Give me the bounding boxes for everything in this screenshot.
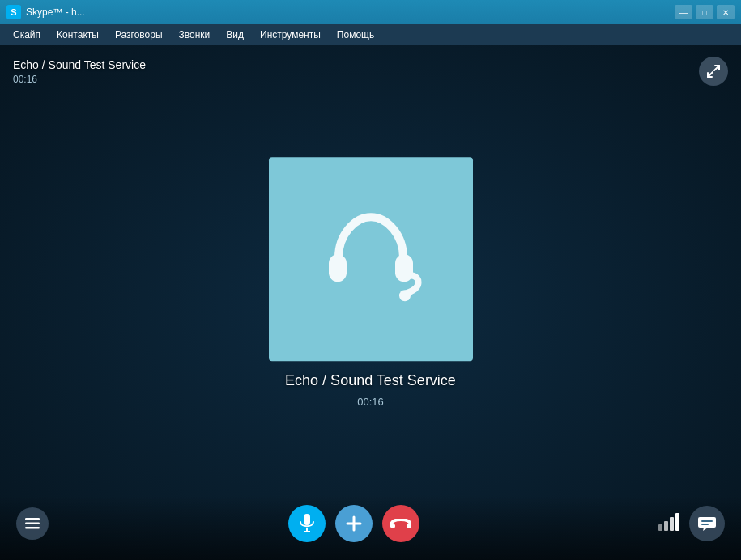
menu-button[interactable] — [16, 507, 49, 540]
end-call-icon — [390, 519, 411, 528]
chat-icon — [698, 515, 716, 532]
bar-center — [288, 505, 419, 542]
menu-bar: Скайп Контакты Разговоры Звонки Вид Инст… — [0, 24, 741, 45]
svg-point-4 — [399, 290, 411, 301]
call-window: Echo / Sound Test Service 00:16 — [0, 45, 741, 560]
signal-icon — [658, 513, 681, 531]
headset-icon — [314, 202, 428, 316]
avatar-name: Echo / Sound Test Service — [285, 372, 456, 389]
signal-button[interactable] — [658, 513, 681, 535]
svg-rect-7 — [25, 527, 40, 529]
svg-rect-15 — [658, 524, 662, 531]
svg-rect-2 — [329, 254, 347, 282]
skype-logo: S — [6, 5, 21, 19]
control-bar — [0, 495, 741, 560]
menu-calls[interactable]: Звонки — [171, 27, 219, 43]
hamburger-icon — [25, 518, 40, 529]
menu-skype[interactable]: Скайп — [5, 27, 49, 43]
expand-icon — [706, 64, 721, 78]
svg-rect-16 — [664, 521, 668, 531]
call-timer-top: 00:16 — [13, 74, 146, 85]
title-bar: S Skype™ - h... — □ ✕ — [0, 0, 741, 24]
title-bar-left: S Skype™ - h... — [6, 5, 85, 19]
end-call-button[interactable] — [382, 505, 419, 542]
plus-icon — [346, 515, 362, 532]
expand-button[interactable] — [699, 57, 728, 86]
svg-rect-18 — [675, 513, 679, 531]
avatar-box — [269, 157, 473, 361]
window-title: Skype™ - h... — [26, 6, 85, 18]
bar-left — [16, 507, 49, 540]
mute-button[interactable] — [288, 505, 326, 542]
microphone-icon — [299, 514, 315, 533]
svg-rect-14 — [407, 524, 411, 528]
window-controls: — □ ✕ — [675, 5, 735, 19]
svg-rect-17 — [670, 517, 674, 531]
svg-rect-6 — [25, 523, 40, 525]
maximize-button[interactable]: □ — [696, 5, 713, 19]
menu-contacts[interactable]: Контакты — [49, 27, 107, 43]
call-name-top: Echo / Sound Test Service — [13, 58, 146, 71]
svg-rect-13 — [390, 524, 395, 528]
bar-right — [658, 506, 725, 541]
svg-rect-19 — [701, 520, 713, 522]
avatar-timer: 00:16 — [357, 396, 384, 408]
menu-tools[interactable]: Инструменты — [252, 27, 329, 43]
add-button[interactable] — [335, 505, 373, 542]
close-button[interactable]: ✕ — [717, 5, 735, 19]
svg-rect-5 — [25, 518, 40, 520]
menu-view[interactable]: Вид — [218, 27, 252, 43]
minimize-button[interactable]: — — [675, 5, 692, 19]
chat-button[interactable] — [689, 506, 725, 541]
avatar-container: Echo / Sound Test Service 00:16 — [269, 157, 473, 408]
call-info-top: Echo / Sound Test Service 00:16 — [13, 58, 146, 85]
menu-conversations[interactable]: Разговоры — [107, 27, 171, 43]
menu-help[interactable]: Помощь — [329, 27, 382, 43]
svg-rect-20 — [701, 524, 709, 525]
svg-rect-8 — [304, 514, 310, 525]
